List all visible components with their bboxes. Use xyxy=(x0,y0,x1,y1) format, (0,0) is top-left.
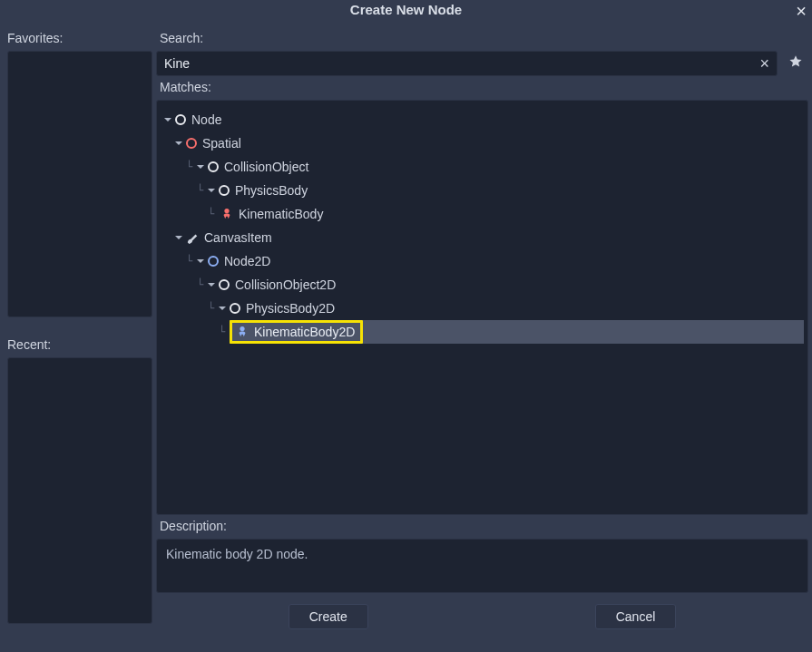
dialog-title: Create New Node xyxy=(0,0,812,22)
chevron-down-icon[interactable] xyxy=(208,187,217,194)
tree-item-label: PhysicsBody xyxy=(235,183,308,198)
tree-connector: └ xyxy=(197,186,208,195)
tree-connector: └ xyxy=(208,209,219,219)
cancel-button[interactable]: Cancel xyxy=(595,604,677,629)
tree-connector: └ xyxy=(208,304,219,313)
tree-item-kinematicbody2d[interactable]: └ KinematicBody2D xyxy=(161,320,804,344)
description-label: Description: xyxy=(160,519,805,533)
node2d-icon xyxy=(208,256,219,267)
kinematicbody-icon xyxy=(220,208,233,220)
recent-label: Recent: xyxy=(7,337,152,352)
favorite-star-icon[interactable] xyxy=(783,54,808,73)
favorites-panel[interactable] xyxy=(7,51,152,317)
recent-panel[interactable] xyxy=(7,357,152,624)
canvasitem-icon xyxy=(186,231,199,244)
kinematicbody2d-icon xyxy=(236,326,249,338)
abstract-node-icon xyxy=(219,279,230,290)
tree-item-physicsbody[interactable]: └ PhysicsBody xyxy=(197,179,804,202)
chevron-down-icon[interactable] xyxy=(197,258,206,265)
abstract-node-icon xyxy=(219,185,230,196)
tree-item-kinematicbody[interactable]: └ KinematicBody xyxy=(208,202,804,226)
tree-item-label: Node xyxy=(191,112,221,127)
chevron-down-icon[interactable] xyxy=(219,305,228,312)
chevron-down-icon[interactable] xyxy=(208,281,217,288)
tree-item-node2d[interactable]: └ Node2D xyxy=(186,249,804,273)
tree-item-label: CollisionObject xyxy=(224,160,308,174)
chevron-down-icon[interactable] xyxy=(175,234,184,241)
favorites-label: Favorites: xyxy=(7,31,152,45)
close-icon[interactable]: × xyxy=(796,2,807,20)
create-button[interactable]: Create xyxy=(289,604,368,629)
tree-item-collisionobject2d[interactable]: └ CollisionObject2D xyxy=(197,273,804,297)
tree-item-label: CanvasItem xyxy=(204,230,272,245)
clear-search-icon[interactable]: × xyxy=(752,54,777,73)
description-panel: Kinematic body 2D node. xyxy=(156,539,808,593)
tree-connector: └ xyxy=(186,257,197,266)
tree-item-node[interactable]: Node xyxy=(164,108,804,131)
selection-highlight: KinematicBody2D xyxy=(230,320,363,344)
search-label: Search: xyxy=(160,31,805,45)
tree-connector: └ xyxy=(219,327,230,336)
tree-item-collisionobject[interactable]: └ CollisionObject xyxy=(186,155,804,179)
abstract-node-icon xyxy=(208,161,219,172)
node-icon xyxy=(175,114,186,125)
matches-label: Matches: xyxy=(160,80,805,94)
chevron-down-icon[interactable] xyxy=(164,116,173,123)
tree-item-label: KinematicBody2D xyxy=(254,325,355,339)
tree-item-canvasitem[interactable]: CanvasItem xyxy=(175,226,804,249)
tree-connector: └ xyxy=(186,162,197,171)
search-input-wrap[interactable]: × xyxy=(156,51,778,76)
chevron-down-icon[interactable] xyxy=(197,163,206,170)
tree-item-label: CollisionObject2D xyxy=(235,277,336,292)
tree-item-label: PhysicsBody2D xyxy=(246,301,335,316)
spatial-icon xyxy=(186,138,197,149)
tree-item-label: Spatial xyxy=(202,136,241,151)
tree-item-label: Node2D xyxy=(224,254,270,268)
abstract-node-icon xyxy=(230,303,240,314)
search-input[interactable] xyxy=(157,52,752,75)
svg-point-1 xyxy=(240,326,244,331)
tree-item-label: KinematicBody xyxy=(239,207,323,221)
svg-point-0 xyxy=(224,209,229,213)
description-text: Kinematic body 2D node. xyxy=(166,547,308,561)
matches-panel[interactable]: Node Spatial └ CollisionObject xyxy=(156,100,808,515)
tree-connector: └ xyxy=(197,280,208,289)
chevron-down-icon[interactable] xyxy=(175,140,184,147)
tree-item-physicsbody2d[interactable]: └ PhysicsBody2D xyxy=(208,297,804,320)
tree-item-spatial[interactable]: Spatial xyxy=(175,131,804,155)
